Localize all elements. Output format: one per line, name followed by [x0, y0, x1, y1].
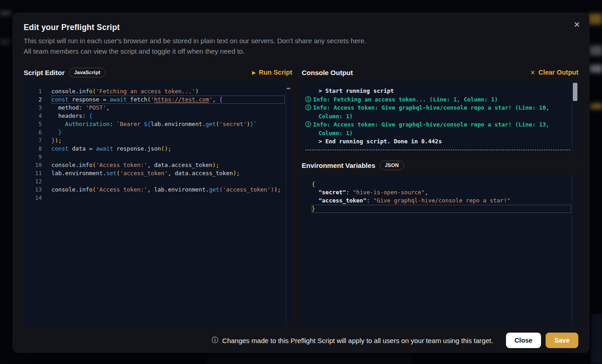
line-number: 9 — [24, 153, 42, 161]
console-entry: > End running script. Done in 0.442s — [304, 137, 570, 146]
console-output-label: Console Output — [302, 69, 353, 76]
code-line: 3 method: 'POST', — [24, 104, 292, 112]
console-entry: ⓘInfo: Fetching an access token... (Line… — [304, 96, 570, 104]
env-scrollbar — [572, 175, 578, 325]
line-number: 1 — [24, 87, 42, 96]
background-panel-bottom — [207, 354, 412, 364]
code-line: 7}); — [24, 136, 292, 145]
line-number: 7 — [24, 136, 42, 145]
code-line: { — [302, 180, 578, 188]
background-blob-left — [0, 39, 10, 45]
line-number: 10 — [24, 161, 42, 169]
code-line: 11lab.environment.set('access_token', da… — [24, 169, 292, 177]
script-code-editor[interactable]: 1console.info('Fetching an access token.… — [24, 82, 292, 325]
preflight-script-modal: ✕ Edit your Preflight Script This script… — [13, 13, 589, 353]
modal-title: Edit your Preflight Script — [24, 23, 578, 32]
code-line: 14 — [24, 194, 292, 202]
code-line: "access_token": "Give graphql-hive/conso… — [302, 197, 578, 205]
line-number: 2 — [24, 96, 42, 104]
line-number: 14 — [24, 194, 42, 202]
code-line: 1console.info('Fetching an access token.… — [24, 87, 292, 96]
line-number: 12 — [24, 177, 42, 186]
code-line: } — [302, 205, 578, 213]
play-icon: ▶ — [252, 70, 256, 75]
background-blob-left-top — [0, 11, 11, 15]
run-script-button[interactable]: ▶ Run Script — [252, 69, 292, 76]
code-line: 4 headers: { — [24, 112, 292, 120]
line-number: 8 — [24, 145, 42, 153]
code-line: 10console.info('Access token:', data.acc… — [24, 161, 292, 169]
line-number: 4 — [24, 112, 42, 120]
script-editor-label: Script Editor — [24, 69, 65, 76]
console-entry: > Start running script — [304, 87, 570, 96]
console-entry: ⓘInfo: Access token: Give graphql-hive/c… — [304, 104, 570, 121]
close-icon[interactable]: ✕ — [574, 21, 580, 29]
code-line: "secret": "hive-is-open-source", — [302, 188, 578, 197]
background-blob-lightgray — [589, 65, 602, 73]
line-number: 11 — [24, 169, 42, 177]
background-blob-orange-top — [588, 14, 602, 25]
console-output-panel[interactable]: > Start running scriptⓘInfo: Fetching an… — [302, 82, 578, 154]
overview-ruler-mark — [287, 88, 290, 89]
info-icon: ⓘ — [305, 104, 311, 112]
background-blob-orange-text — [590, 103, 602, 109]
background-blob-gray — [589, 46, 602, 56]
close-button[interactable]: Close — [506, 333, 541, 348]
code-line: 9 — [24, 153, 292, 161]
code-line: 8const data = await response.json(); — [24, 145, 292, 153]
line-number: 3 — [24, 104, 42, 112]
clear-icon: ✕ — [530, 69, 535, 76]
console-separator — [305, 150, 570, 150]
modal-description-line2: All team members can view the script and… — [24, 46, 578, 57]
code-line: 12 — [24, 177, 292, 186]
code-line: 13console.info('Access token:', lab.envi… — [24, 186, 292, 194]
code-line: 6 } — [24, 128, 292, 136]
line-number: 5 — [24, 120, 42, 128]
clear-output-button[interactable]: ✕ Clear Output — [530, 69, 578, 76]
environment-variables-editor[interactable]: { "secret": "hive-is-open-source", "acce… — [302, 175, 578, 325]
save-button[interactable]: Save — [546, 333, 578, 348]
console-entry: ⓘInfo: Access token: Give graphql-hive/c… — [304, 121, 570, 137]
environment-variables-label: Environment Variables — [302, 162, 375, 169]
info-icon: ⓘ — [212, 336, 218, 344]
code-line: 2const response = await fetch('https://t… — [24, 96, 292, 104]
footer-note: ⓘ Changes made to this Preflight Script … — [212, 336, 493, 344]
info-icon: ⓘ — [305, 96, 311, 104]
console-scrollbar-thumb[interactable] — [573, 83, 577, 101]
modal-description-line1: This script will run in each user's brow… — [24, 36, 578, 46]
code-line: 5 Authorization: `Bearer ${lab.environme… — [24, 120, 292, 128]
background-panel-right — [591, 314, 602, 364]
line-number: 13 — [24, 186, 42, 194]
editor-scrollbar[interactable] — [286, 82, 292, 325]
language-badge: JavaScript — [69, 68, 106, 77]
json-badge: JSON — [380, 161, 404, 170]
line-number: 6 — [24, 128, 42, 136]
info-icon: ⓘ — [305, 121, 311, 129]
